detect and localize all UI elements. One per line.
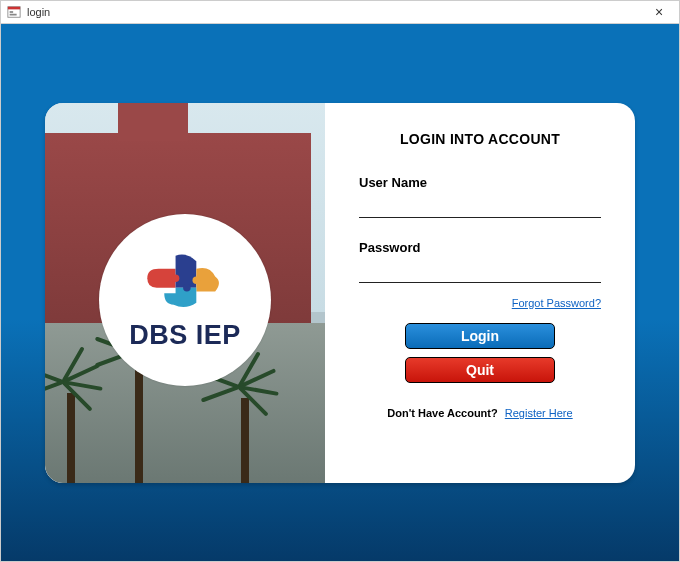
window-titlebar: login × — [0, 0, 680, 24]
svg-rect-1 — [8, 7, 20, 10]
password-input[interactable] — [359, 261, 601, 283]
register-row: Don't Have Account? Register Here — [359, 407, 601, 419]
quit-button[interactable]: Quit — [405, 357, 555, 383]
svg-rect-3 — [10, 14, 17, 16]
form-heading: LOGIN INTO ACCOUNT — [359, 131, 601, 147]
login-form: LOGIN INTO ACCOUNT User Name Password Fo… — [325, 103, 635, 483]
close-icon[interactable]: × — [639, 4, 679, 20]
svg-point-4 — [172, 274, 180, 282]
register-link[interactable]: Register Here — [505, 407, 573, 419]
username-input[interactable] — [359, 196, 601, 218]
password-label: Password — [359, 240, 601, 255]
svg-rect-2 — [10, 11, 14, 13]
svg-point-5 — [183, 284, 191, 292]
brain-puzzle-icon — [135, 250, 235, 316]
svg-point-6 — [193, 276, 201, 284]
app-icon — [7, 5, 21, 19]
login-button[interactable]: Login — [405, 323, 555, 349]
login-card: DBS IEP LOGIN INTO ACCOUNT User Name Pas… — [45, 103, 635, 483]
brand-logo: DBS IEP — [99, 214, 271, 386]
register-prompt: Don't Have Account? — [387, 407, 497, 419]
client-area: DBS IEP LOGIN INTO ACCOUNT User Name Pas… — [0, 24, 680, 562]
window-title: login — [27, 6, 639, 18]
brand-text: DBS IEP — [129, 320, 241, 351]
card-image-panel: DBS IEP — [45, 103, 325, 483]
username-label: User Name — [359, 175, 601, 190]
forgot-password-link[interactable]: Forgot Password? — [512, 297, 601, 309]
